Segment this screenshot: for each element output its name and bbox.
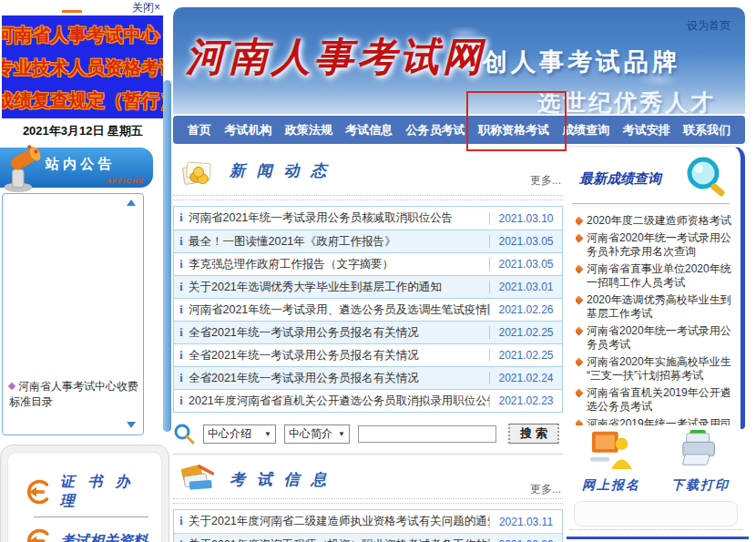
result-link[interactable]: 河南省2019年统一考试录用司法所公务员考试 — [576, 417, 731, 426]
exam-info-link[interactable]: 关于2021年度河南省二级建造师执业资格考试有关问题的通知 — [189, 514, 489, 529]
result-link[interactable]: 河南省省直机关2019年公开遴选公务员考试 — [576, 386, 731, 414]
online-registration-label: 网上报名 — [582, 477, 640, 494]
news-date: 2021.02.24 — [489, 372, 562, 384]
news-link[interactable]: 2021年度河南省省直机关公开遴选公务员取消拟录用职位公告 — [189, 394, 489, 409]
news-link[interactable]: 最全！一图读懂2021年《政府工作报告》 — [189, 234, 489, 250]
announce-item-label: 河南省人事考试中心收费标准目录 — [9, 380, 138, 408]
main-content: 新 闻 动 态 更多... i河南省2021年统一考试录用公务员核减取消职位公告… — [173, 146, 563, 542]
result-label: 河南省2020年统一考试录用公务员补充录用名次查询 — [587, 231, 731, 260]
table-row: i李克强总理作政府工作报告（文字摘要）2021.03.05 — [174, 252, 562, 275]
item-bullet-icon: i — [174, 258, 189, 271]
news-date: 2021.02.23 — [489, 394, 562, 407]
nav-item-exam-info[interactable]: 考试信息 — [345, 122, 393, 138]
search-category-select[interactable]: 中心介绍▼ — [203, 424, 276, 444]
news-date: 2021.03.05 — [489, 235, 562, 248]
online-registration-link[interactable]: 网上报名 — [582, 428, 640, 494]
news-link[interactable]: 全省2021年统一考试录用公务员报名有关情况 — [189, 348, 489, 363]
result-link[interactable]: 2020年选调优秀高校毕业生到基层工作考试 — [576, 293, 731, 322]
circle-arrow-icon — [23, 527, 52, 542]
nav-item-contact[interactable]: 联系我们 — [683, 122, 730, 138]
select-value: 中心简介 — [289, 426, 332, 442]
diamond-bullet-icon — [576, 295, 583, 304]
download-print-label: 下载打印 — [671, 477, 730, 494]
exam-info-date: 2021.03.11 — [489, 516, 562, 528]
nav-item-orgs[interactable]: 考试机构 — [224, 122, 271, 138]
nav-item-home[interactable]: 首页 — [188, 122, 211, 138]
download-print-link[interactable]: 下载打印 — [671, 428, 730, 494]
nav-item-exam-schedule[interactable]: 考试安排 — [623, 122, 670, 138]
news-link[interactable]: 李克强总理作政府工作报告（文字摘要） — [189, 257, 489, 272]
announce-panel: 河南省人事考试中心收费标准目录 — [2, 193, 144, 435]
table-row: i关于2021年选调优秀大学毕业生到基层工作的通知2021.03.01 — [174, 275, 562, 298]
news-date: 2021.02.26 — [489, 303, 562, 316]
nav-item-civil-servant[interactable]: 公务员考试 — [406, 122, 465, 138]
computer-user-icon — [587, 428, 635, 470]
annotation-highlight-box — [466, 91, 567, 151]
result-link[interactable]: 河南省2020年实施高校毕业生“三支一扶”计划招募考试 — [576, 355, 731, 383]
cert-service-label: 证 书 办 理 — [60, 473, 161, 511]
exam-info-table: i关于2021年度河南省二级建造师执业资格考试有关问题的通知2021.03.11… — [173, 509, 563, 542]
shortcuts-area: 网上报名 下载打印 — [567, 428, 745, 494]
diamond-bullet-icon — [576, 217, 583, 226]
item-bullet-icon: i — [174, 235, 189, 249]
popup-notice[interactable]: 河南省人事考试中心 专业技术人员资格考试 成绩复查规定（暂行） — [2, 15, 163, 118]
diamond-bullet-icon — [576, 419, 583, 425]
table-row: i最全！一图读懂2021年《政府工作报告》2021.03.05 — [174, 230, 562, 252]
scroll-up-icon[interactable] — [127, 199, 136, 206]
divider-scroll-strip[interactable] — [163, 80, 171, 432]
result-link[interactable]: 河南省2020年统一考试录用公务员补充录用名次查询 — [576, 231, 731, 260]
page: 关闭× 河南省人事考试中心 专业技术人员资格考试 成绩复查规定（暂行） 2021… — [0, 0, 756, 542]
popup-drag-handle[interactable] — [62, 10, 82, 13]
announce-subtitle: AFFICHE — [106, 177, 144, 185]
announce-list-item[interactable]: 河南省人事考试中心收费标准目录 — [9, 379, 140, 410]
exam-info-more-link[interactable]: 更多... — [530, 482, 561, 497]
item-bullet-icon: i — [174, 303, 189, 317]
news-link[interactable]: 全省2021年统一考试录用公务员报名有关情况 — [189, 371, 489, 386]
result-link[interactable]: 河南省2020年统一考试录用公务员考试 — [576, 324, 731, 353]
popup-close-bar: 关闭× — [0, 0, 168, 15]
diamond-bullet-icon — [576, 264, 583, 273]
result-label: 2020年度二级建造师资格考试 — [587, 214, 731, 229]
date-display: 2021年3月12日 星期五 — [0, 123, 166, 139]
quick-links-inner: 证 书 办 理 考试相关资料 — [7, 452, 162, 542]
news-link[interactable]: 全省2021年统一考试录用公务员报名有关情况 — [189, 325, 489, 341]
news-more-link[interactable]: 更多... — [530, 173, 561, 189]
latest-results-panel: 最新成绩查询 2020年度二级建造师资格考试 河南省2020年统一考试录用公务员… — [567, 146, 745, 429]
news-date: 2021.02.25 — [489, 349, 562, 362]
item-bullet-icon: i — [174, 211, 189, 225]
popup-line: 河南省人事考试中心 — [2, 18, 163, 51]
popup-line: 成绩复查规定（暂行） — [2, 84, 163, 117]
diamond-bullet-icon — [576, 233, 583, 242]
cert-service-link[interactable]: 证 书 办 理 — [8, 473, 161, 511]
result-link[interactable]: 河南省省直事业单位2020年统一招聘工作人员考试 — [576, 262, 731, 291]
table-row: i河南省2021年统一考试录用、遴选公务员及选调生笔试疫情防2021.02.26 — [174, 298, 562, 321]
news-date: 2021.02.25 — [489, 326, 562, 339]
news-date: 2021.03.10 — [489, 212, 562, 225]
result-link[interactable]: 2020年度二级建造师资格考试 — [576, 214, 731, 229]
news-link[interactable]: 河南省2021年统一考试录用、遴选公务员及选调生笔试疫情防 — [189, 302, 489, 318]
news-link[interactable]: 关于2021年选调优秀大学毕业生到基层工作的通知 — [189, 280, 489, 295]
search-subcategory-select[interactable]: 中心简介▼ — [284, 424, 350, 444]
set-homepage-link[interactable]: 设为首页 — [687, 18, 730, 34]
result-label: 河南省2020年统一考试录用公务员考试 — [587, 324, 731, 353]
divider — [572, 203, 730, 204]
nav-item-score-query[interactable]: 成绩查询 — [562, 122, 609, 138]
search-input[interactable] — [358, 425, 496, 443]
result-label: 河南省2019年统一考试录用司法所公务员考试 — [587, 417, 731, 426]
news-link[interactable]: 河南省2021年统一考试录用公务员核减取消职位公告 — [189, 210, 489, 226]
exam-materials-link[interactable]: 考试相关资料 — [8, 527, 161, 542]
circle-arrow-icon — [23, 477, 52, 506]
exam-info-link[interactable]: 关于2021年度咨询工程师（投资）职业资格考试考务工作的通... — [189, 537, 489, 542]
chevron-down-icon: ▼ — [338, 430, 345, 438]
popup-close-button[interactable]: 关闭× — [132, 1, 160, 14]
exam-info-date: 2021.02.26 — [489, 538, 562, 542]
nav-item-policy[interactable]: 政策法规 — [285, 122, 332, 138]
magnifier-icon — [682, 154, 731, 203]
bottom-border — [567, 537, 749, 539]
printer-icon — [677, 428, 724, 470]
scroll-down-icon[interactable] — [127, 422, 136, 428]
item-bullet-icon: i — [174, 281, 189, 294]
result-label: 河南省省直事业单位2020年统一招聘工作人员考试 — [587, 262, 731, 291]
item-bullet-icon: i — [174, 515, 189, 528]
search-button[interactable]: 搜 索 — [508, 424, 559, 444]
